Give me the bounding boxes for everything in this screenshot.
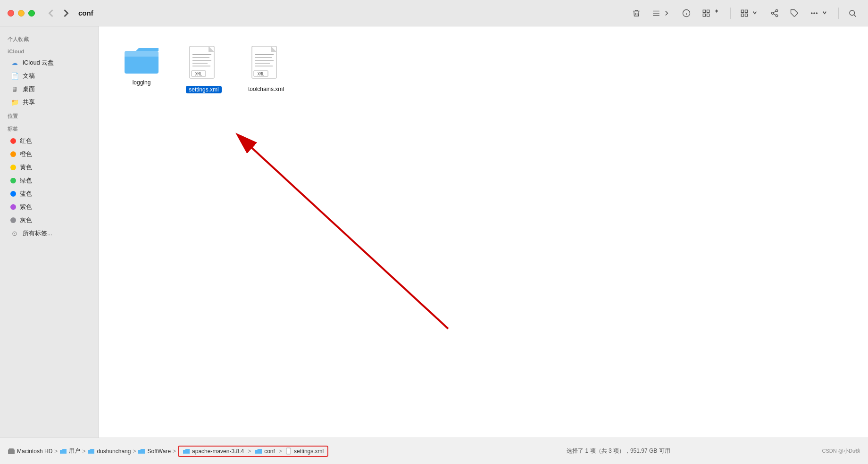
svg-line-42 [238,135,448,329]
sidebar-item-tag-green[interactable]: 绿色 [3,174,96,187]
sidebar-item-tag-gray[interactable]: 灰色 [3,214,96,227]
delete-button[interactable] [628,7,644,19]
svg-rect-7 [707,10,709,12]
breadcrumb-item-users[interactable]: 用户 [59,447,80,455]
breadcrumb-label: settings.xml [294,448,324,455]
sidebar: 个人收藏 iCloud ☁ iCloud 云盘 📄 文稿 🖥 桌面 📁 共享 位… [0,26,99,438]
search-button[interactable] [844,7,860,19]
maximize-button[interactable] [28,10,35,17]
folder-mini-icon-5 [255,448,262,454]
statusbar: Macintosh HD > 用户 > dushunchang > SoftWa… [0,438,868,464]
documents-icon: 📄 [10,72,19,80]
grid-view-button[interactable] [698,7,725,19]
toolbar-separator-2 [838,8,839,19]
breadcrumb-sep-6: > [279,448,282,455]
breadcrumb-sep-4: > [173,448,176,455]
sidebar-item-shared[interactable]: 📁 共享 [3,96,96,109]
sidebar-item-label: 紫色 [20,203,32,211]
folder-icon-logging [123,44,160,75]
svg-point-16 [771,12,774,14]
forward-button[interactable] [59,7,73,20]
breadcrumb-item-software[interactable]: SoftWare [138,448,171,455]
breadcrumb-item-maven[interactable]: apache-maven-3.8.4 [183,448,244,455]
file-label-toolchains-xml: toolchains.xml [248,86,284,92]
titlebar: conf [0,0,868,26]
sidebar-item-all-tags[interactable]: ⊙ 所有标签... [3,227,96,240]
window-title: conf [78,9,93,17]
toolbar [628,7,860,19]
breadcrumb: Macintosh HD > 用户 > dushunchang > SoftWa… [8,446,415,457]
navigation-buttons [44,7,73,20]
desktop-icon: 🖥 [10,85,19,93]
sidebar-item-label: iCloud 云盘 [23,58,54,67]
svg-point-20 [816,12,817,13]
status-text: 选择了 1 项（共 3 项），951.97 GB 可用 [415,447,822,455]
folder-mini-icon-4 [183,448,190,454]
sidebar-item-tag-orange[interactable]: 橙色 [3,148,96,161]
svg-point-14 [776,9,778,12]
svg-point-21 [850,10,855,16]
shared-icon: 📁 [10,99,19,106]
sidebar-item-tag-red[interactable]: 红色 [3,134,96,148]
tag-dot-blue [10,191,16,197]
close-button[interactable] [8,10,14,17]
sidebar-item-label: 绿色 [20,176,32,185]
hd-icon [8,448,15,455]
svg-text:XML: XML [195,72,202,76]
sidebar-item-label: 灰色 [20,216,32,224]
svg-text:XML: XML [258,72,265,76]
back-button[interactable] [44,7,58,20]
more-button[interactable] [806,7,833,19]
watermark: CSDN @小Du猿 [822,447,860,455]
breadcrumb-label: dushunchang [97,448,131,455]
tag-dot-yellow [10,165,16,170]
svg-line-22 [854,15,856,17]
sidebar-item-documents[interactable]: 📄 文稿 [3,69,96,83]
svg-rect-11 [745,10,748,12]
sidebar-item-tag-yellow[interactable]: 黄色 [3,161,96,174]
sidebar-item-desktop[interactable]: 🖥 桌面 [3,83,96,96]
group-button[interactable] [736,7,763,19]
file-item-settings-xml[interactable]: XML settings.xml [180,41,227,96]
folder-mini-icon-2 [87,448,95,454]
breadcrumb-sep: > [54,448,58,455]
sidebar-item-tag-purple[interactable]: 紫色 [3,200,96,214]
svg-rect-10 [741,10,743,12]
breadcrumb-item-conf[interactable]: conf [255,448,275,455]
breadcrumb-item-hd[interactable]: Macintosh HD [8,448,52,455]
toolbar-separator [730,8,731,19]
folder-mini-icon [59,448,67,454]
breadcrumb-item-settings[interactable]: settings.xml [286,447,324,455]
minimize-button[interactable] [18,10,25,17]
file-label-logging: logging [133,79,151,86]
xml-icon-toolchains: XML [250,44,282,82]
file-mini-icon [286,447,292,455]
breadcrumb-label: 用户 [69,447,80,455]
file-item-logging[interactable]: logging [118,41,165,96]
icloud-icon: ☁ [10,59,19,66]
svg-rect-43 [8,449,15,454]
sidebar-item-tag-blue[interactable]: 蓝色 [3,187,96,200]
share-button[interactable] [767,7,783,19]
sidebar-section-locations: 位置 [0,109,99,122]
sidebar-section-icloud: iCloud [0,45,99,56]
file-item-toolchains-xml[interactable]: XML toolchains.xml [242,41,290,96]
info-button[interactable] [678,7,694,19]
traffic-lights [8,10,35,17]
list-view-button[interactable] [648,7,675,19]
tag-dot-gray [10,217,16,223]
svg-rect-13 [745,14,748,16]
breadcrumb-sep-2: > [82,448,85,455]
svg-rect-44 [9,448,14,450]
sidebar-item-label: 文稿 [23,72,35,80]
file-label-settings-xml: settings.xml [186,86,221,93]
tag-dot-orange [10,151,16,157]
sidebar-item-icloud-drive[interactable]: ☁ iCloud 云盘 [3,56,96,69]
tag-button[interactable] [786,7,802,19]
breadcrumb-highlighted-section: apache-maven-3.8.4 > conf > settings.xml [178,446,328,457]
breadcrumb-item-user[interactable]: dushunchang [87,448,131,455]
breadcrumb-sep-5: > [248,448,251,455]
svg-point-15 [776,15,778,17]
breadcrumb-label: conf [264,448,275,455]
svg-rect-9 [707,14,709,16]
